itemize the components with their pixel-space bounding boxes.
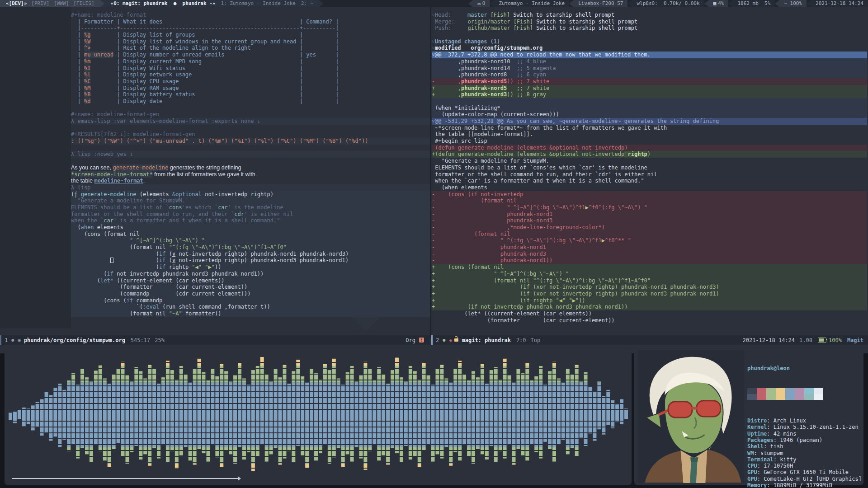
buffer-line: (when elements (432, 184, 867, 191)
buffer-line: + (cons (format nil (432, 264, 867, 271)
desktop: «[DEV]»[PRIV][WWW][FILES] «0: magit: phu… (0, 0, 868, 488)
buffer-line: | ^> | Rest of the modeline align to the… (71, 45, 430, 52)
modeline-org[interactable]: 1 ● ◉ phundrak/org/config/stumpwm.org 54… (0, 335, 430, 345)
buffer-line: λ lisp :noweb yes ↓ (71, 151, 430, 158)
color-swatch (747, 388, 757, 394)
buffer-line: + (if not-invertedp phundrak-nord3 phund… (432, 304, 867, 310)
buffer-line: when the `car' is a formatter and t when… (71, 217, 430, 224)
window-entry[interactable]: 2: ~ (301, 0, 313, 7)
window-number: 1 (5, 337, 8, 343)
buffer-line: + (format nil "^(:fg \"~A\")^(:bg \"~A\"… (432, 277, 867, 284)
org-buffer-window[interactable]: #+name: modeline-format | Formatter | Wh… (71, 12, 430, 317)
buffer-line: (let* ((current-element (car elements)) (71, 277, 430, 284)
battery-percent: 100% (829, 337, 842, 343)
buffer-line: + (if (xor not-invertedp rightp) phundra… (432, 291, 867, 297)
buffer-line: ,phundrak-nord8 ;; 6 cyan (432, 71, 867, 78)
buffer-line: - (cons (if not-invertedp (432, 191, 867, 198)
color-swatch (776, 388, 785, 394)
window-entry[interactable]: «0: magit: phundrak ● phundrak -» (111, 0, 216, 7)
buffer-line: - phundrak-nord3 (432, 217, 867, 224)
window-divider[interactable] (430, 7, 431, 338)
battery-icon (818, 338, 826, 343)
buffer-line: Push: github/master [Fish] Switch to sta… (432, 25, 867, 32)
major-mode-icon: ◉ (18, 337, 21, 343)
buffer-line: (formatter (car current-element)) (432, 317, 867, 324)
cpu-icon: ▦ (713, 0, 717, 7)
buffer-line: | %l | Display network usage | | (71, 71, 430, 78)
workspace-tag[interactable]: [PRIV] (31, 0, 49, 7)
buffer-line: (let* ((current-element (car elements)) (432, 310, 867, 317)
modeline-accent (431, 335, 433, 345)
buffer-line: the table modeline-format. (71, 178, 430, 184)
buffer-line: | %W | Display list of windows in the cu… (71, 38, 430, 45)
buffer-line: + ,phundrak-nord5 ;; 7 white (432, 85, 867, 92)
status-segment: ✉0 (473, 0, 490, 7)
buffer-line: #+name: modeline-format (71, 12, 430, 19)
buffer-line: (formatter (car current-element)) (71, 284, 430, 291)
status-text: ~ 100% (784, 0, 802, 7)
buffer-line: + (if rightp "◀" "▶")) (432, 297, 867, 304)
terminal-neofetch[interactable]: phundrak@leon Distro: Arch LinuxKernel: … (634, 348, 863, 485)
buffer-line: ,phundrak-nord14 ;; 5 magenta (432, 65, 867, 72)
modeline-accent (0, 335, 1, 345)
color-swatch (747, 394, 757, 400)
buffer-line: (format nil "~A" formatter)) (71, 310, 430, 317)
magit-buffer-window[interactable]: ˅Head: master [Fish] Switch to starship … (432, 12, 867, 324)
left-window-margin (0, 7, 71, 328)
buffer-line: | %M | Display RAM usage | | (71, 85, 430, 92)
system-info-line: CPU: i7-10750H (747, 463, 862, 469)
buffer-line: `(:eval (run-shell-command ,formatter t)… (71, 304, 430, 310)
buffer-line: - phundrak-nord1)) (432, 257, 867, 264)
system-info-list: Distro: Arch LinuxKernel: Linux 5.15.10-… (747, 418, 862, 488)
workspace-tag[interactable]: [WWW] (54, 0, 69, 7)
audio-waveform (8, 351, 628, 479)
status-segments: ✉0Zutomayo - Inside JokeLivebox-F200 57w… (468, 0, 868, 7)
window-list[interactable]: «0: magit: phundrak ● phundrak -»1: Zuto… (104, 0, 320, 7)
buffer-line: - phundrak-nord1 (432, 211, 867, 218)
system-info-line: Memory: 1889MiB / 31799MiB (747, 482, 862, 488)
buffer-line: - " ^(:fg \"~A\")^(:bg \"~A\")^f1▶^f0^**… (432, 237, 867, 244)
buffer-line (432, 32, 867, 38)
emacs-frame: #+name: modeline-format | Formatter | Wh… (0, 7, 868, 346)
color-swatch (795, 388, 804, 394)
modified-icon: ● (443, 338, 445, 343)
buffer-line: (if not-invertedp phundrak-nord3 phundra… (71, 271, 430, 277)
color-swatch (804, 388, 814, 394)
status-text: 0 (482, 0, 486, 7)
color-swatch (814, 388, 823, 394)
buffer-line: | %C | Display CPU usage | | (71, 78, 430, 85)
status-text: 4% (718, 0, 724, 7)
major-mode-name: Org (406, 337, 415, 343)
workspace-list[interactable]: «[DEV]»[PRIV][WWW][FILES] (0, 0, 100, 7)
window-entry[interactable]: 1: Zutomayo - Inside Joke (221, 0, 296, 7)
buffer-line: +(defun generate-modeline (elements &opt… (432, 151, 867, 158)
buffer-line: *screen-mode-line-format* from the list … (71, 171, 430, 178)
buffer-line: - ,phundrak-nord5)) ;; 7 white (432, 78, 867, 85)
workspace-tag[interactable]: «[DEV]» (6, 0, 27, 7)
buffer-line: - ,*mode-line-foreground-color*) (432, 224, 867, 231)
neofetch-output: phundrak@leon Distro: Arch LinuxKernel: … (747, 352, 862, 488)
modeline-magit[interactable]: 2 ● ◈ magit: phundrak 7:0 Top 2021-12-18… (431, 335, 868, 345)
buffer-line: As you can see, generate-modeline genera… (71, 164, 430, 171)
buffer-line: + (if (xor not-invertedp rightp) phundra… (432, 284, 867, 291)
color-swatch (795, 394, 804, 400)
terminal-waveform[interactable] (5, 348, 632, 485)
buffer-line: (format nil "^(:fg \"~A\")^(:bg \"~A\")^… (71, 244, 430, 251)
color-swatch (757, 388, 766, 394)
buffer-line: (if rightp "◀" "▶")) (71, 264, 430, 271)
system-info-line: Packages: 1946 (pacman) (747, 437, 862, 443)
buffer-line (71, 145, 430, 151)
buffer-line: | %g | Display list of groups | | (71, 32, 430, 38)
buffer-name: magit: phundrak (462, 337, 511, 343)
workspace-tag[interactable]: [FILES] (73, 0, 94, 7)
system-info-line: Uptime: 42 mins (747, 431, 862, 437)
git-icon: ◈ (449, 337, 452, 343)
status-segment: Livebox-F200 57 (574, 0, 627, 7)
buffer-line: the table [[modeline-format]]. (432, 131, 867, 138)
playback-progress-line[interactable] (12, 478, 238, 479)
buffer-line: | mu-unread | Display number of unread e… (71, 52, 430, 58)
system-info-line: GPU: CometLake-H GT2 [UHD Graphics] (747, 476, 862, 482)
buffer-line: "Generate a modeline for StumpWM. (71, 197, 430, 204)
buffer-line: ~*screen-mode-line-format*~ from the lis… (432, 125, 867, 131)
cursor-position: 7:0 (516, 337, 526, 343)
